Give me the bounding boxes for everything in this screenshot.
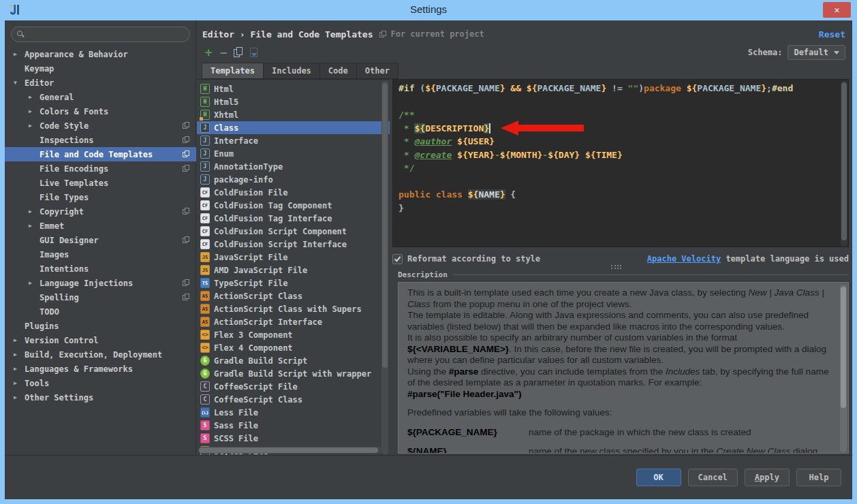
sidebar-item-plugins[interactable]: Plugins [5, 319, 196, 333]
template-item-amd-javascript-file[interactable]: JSAMD JavaScript File [197, 264, 390, 277]
tab-includes[interactable]: Includes [264, 63, 320, 79]
template-item-coffeescript-file[interactable]: CCoffeeScript File [197, 380, 390, 393]
template-item-flex-3-component[interactable]: <>Flex 3 Component [197, 328, 390, 341]
sidebar-item-tools[interactable]: ▶Tools [5, 376, 196, 390]
list-horizontal-scrollbar[interactable] [198, 447, 382, 454]
template-item-gradle-build-script-with-wrapper[interactable]: GGradle Build Script with wrapper [197, 367, 390, 380]
close-button[interactable]: ✕ [823, 2, 851, 18]
template-item-package-info[interactable]: Jpackage-info [197, 173, 390, 186]
editor-scrollbar-thumb[interactable] [841, 82, 847, 240]
chevron-right-icon[interactable]: ▶ [29, 280, 40, 286]
template-item-label: Flex 3 Component [214, 330, 293, 340]
template-item-sass-file[interactable]: SSass File [197, 419, 390, 432]
template-item-less-file[interactable]: {L}Less File [197, 406, 390, 419]
template-item-actionscript-class-with-supers[interactable]: ASActionScript Class with Supers [197, 302, 390, 315]
search-input[interactable] [29, 30, 184, 40]
sidebar-item-file-types[interactable]: File Types [5, 190, 196, 204]
sidebar-item-other-settings[interactable]: ▶Other Settings [5, 390, 196, 405]
sidebar-item-file-and-code-templates[interactable]: File and Code Templates [5, 147, 196, 161]
sidebar-item-inspections[interactable]: Inspections [5, 133, 196, 147]
template-item-enum[interactable]: JEnum [197, 147, 390, 160]
help-button[interactable]: Help [796, 469, 841, 486]
chevron-right-icon[interactable]: ▶ [14, 380, 25, 386]
sidebar-item-colors-fonts[interactable]: ▶Colors & Fonts [5, 104, 196, 119]
sidebar-item-intentions[interactable]: Intentions [5, 262, 196, 276]
chevron-right-icon[interactable]: ▶ [14, 337, 25, 343]
sidebar-item-live-templates[interactable]: Live Templates [5, 176, 196, 190]
template-item-scss-file[interactable]: SSCSS File [197, 432, 390, 445]
code-token: * [399, 123, 414, 133]
sidebar-item-emmet[interactable]: ▶Emmet [5, 219, 196, 233]
gradle-file-icon: G [200, 356, 210, 366]
description-scrollbar-thumb[interactable] [841, 287, 846, 408]
splitter-grip[interactable] [611, 265, 621, 269]
template-item-coffeescript-class[interactable]: CCoffeeScript Class [197, 393, 390, 406]
template-item-html5[interactable]: HHtml5 [197, 95, 390, 108]
code-area[interactable]: #if (${PACKAGE_NAME} && ${PACKAGE_NAME} … [399, 82, 793, 215]
chevron-right-icon[interactable]: ▶ [29, 223, 40, 229]
apply-button[interactable]: Apply [745, 469, 790, 486]
schema-select[interactable]: Default [788, 45, 845, 60]
sidebar-item-language-injections[interactable]: ▶Language Injections [5, 276, 196, 290]
template-item-interface[interactable]: JInterface [197, 134, 390, 147]
chevron-right-icon[interactable]: ▶ [14, 51, 25, 57]
chevron-right-icon[interactable]: ▶ [29, 108, 40, 114]
sidebar-item-code-style[interactable]: ▶Code Style [5, 119, 196, 133]
sidebar-item-general[interactable]: ▶General [5, 90, 196, 104]
template-item-coldfusion-file[interactable]: CFColdFusion File [197, 186, 390, 199]
sidebar-item-todo[interactable]: TODO [5, 304, 196, 319]
reset-link[interactable]: Reset [819, 29, 845, 40]
search-field[interactable] [11, 27, 190, 42]
chevron-right-icon[interactable]: ▶ [29, 208, 40, 215]
apache-velocity-link[interactable]: Apache Velocity [647, 254, 721, 264]
sidebar-item-editor[interactable]: ▼Editor [5, 76, 196, 90]
cancel-button[interactable]: Cancel [688, 469, 738, 486]
template-item-html[interactable]: HHtml [197, 82, 390, 95]
template-editor[interactable]: #if (${PACKAGE_NAME} && ${PACKAGE_NAME} … [392, 79, 849, 247]
sidebar-item-appearance-behavior[interactable]: ▶Appearance & Behavior [5, 47, 196, 61]
chevron-right-icon[interactable]: ▶ [29, 123, 40, 129]
reformat-checkbox[interactable] [392, 254, 403, 264]
code-token [452, 136, 457, 146]
list-horizontal-scrollbar-thumb[interactable] [199, 447, 378, 453]
chevron-right-icon[interactable]: ▶ [14, 394, 25, 400]
template-item-actionscript-class[interactable]: ASActionScript Class [197, 289, 390, 302]
copy-template-button[interactable] [231, 45, 246, 60]
sidebar-item-file-encodings[interactable]: File Encodings [5, 161, 196, 176]
ok-button[interactable]: OK [636, 469, 681, 486]
remove-template-button[interactable]: − [216, 45, 231, 60]
sidebar-item-copyright[interactable]: ▶Copyright [5, 204, 196, 219]
chevron-right-icon[interactable]: ▶ [14, 351, 25, 358]
chevron-right-icon[interactable]: ▶ [14, 366, 25, 372]
template-item-actionscript-interface[interactable]: ASActionScript Interface [197, 315, 390, 328]
sidebar-item-languages-frameworks[interactable]: ▶Languages & Frameworks [5, 362, 196, 376]
tab-other[interactable]: Other [357, 63, 399, 79]
template-item-coldfusion-tag-interface[interactable]: CFColdFusion Tag Interface [197, 212, 390, 225]
sidebar-item-version-control[interactable]: ▶Version Control [5, 333, 196, 347]
template-item-javascript-file[interactable]: JSJavaScript File [197, 251, 390, 264]
add-template-button[interactable]: + [201, 45, 216, 60]
tab-code[interactable]: Code [320, 63, 357, 79]
template-item-flex-4-component[interactable]: <>Flex 4 Component [197, 341, 390, 354]
template-item-typescript-file[interactable]: TSTypeScript File [197, 277, 390, 289]
template-item-xhtml[interactable]: HXhtml [197, 108, 390, 121]
list-vertical-scrollbar-thumb[interactable] [382, 83, 388, 368]
template-item-coldfusion-script-component[interactable]: CFColdFusion Script Component [197, 225, 390, 238]
sidebar-item-gui-designer[interactable]: GUI Designer [5, 233, 196, 247]
list-vertical-scrollbar[interactable] [381, 81, 388, 454]
chevron-down-icon[interactable]: ▼ [14, 80, 25, 86]
sidebar-item-keymap[interactable]: Keymap [5, 61, 196, 76]
description-scrollbar[interactable] [840, 285, 847, 452]
editor-scrollbar[interactable] [841, 81, 847, 247]
reset-template-button[interactable] [246, 45, 261, 60]
sidebar-item-build-execution-deployment[interactable]: ▶Build, Execution, Deployment [5, 347, 196, 362]
template-item-annotationtype[interactable]: JAnnotationType [197, 160, 390, 173]
template-item-coldfusion-tag-component[interactable]: CFColdFusion Tag Component [197, 199, 390, 212]
template-item-class[interactable]: JClass [197, 121, 390, 134]
sidebar-item-images[interactable]: Images [5, 247, 196, 262]
template-item-gradle-build-script[interactable]: GGradle Build Script [197, 354, 390, 367]
tab-templates[interactable]: Templates [202, 63, 264, 79]
template-item-coldfusion-script-interface[interactable]: CFColdFusion Script Interface [197, 238, 390, 251]
sidebar-item-spelling[interactable]: Spelling [5, 290, 196, 304]
chevron-right-icon[interactable]: ▶ [29, 94, 40, 100]
